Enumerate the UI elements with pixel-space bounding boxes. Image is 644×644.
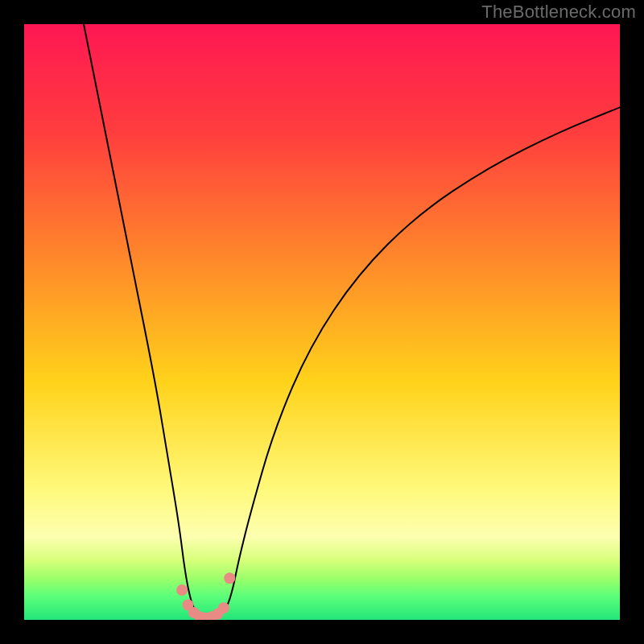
watermark-text: TheBottleneck.com — [481, 2, 636, 23]
chart-area — [24, 24, 620, 620]
background-gradient — [24, 24, 620, 620]
